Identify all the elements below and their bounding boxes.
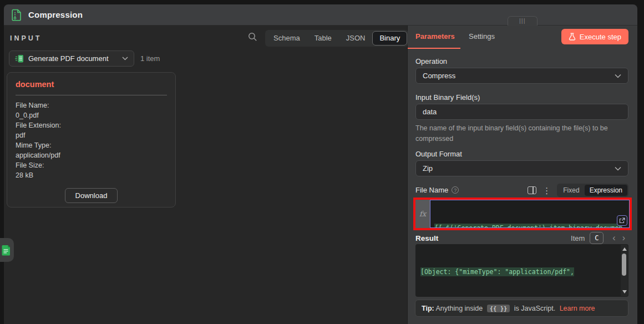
modal-body: INPUT Schema Table JSON Binary bbox=[4, 26, 637, 324]
chevron-down-icon bbox=[122, 57, 128, 60]
tip-text: Anything inside bbox=[434, 305, 485, 312]
drag-handle-icon: ||| bbox=[519, 18, 526, 24]
tip-bar: Tip: Anything inside {{ }} is JavaScript… bbox=[415, 300, 628, 317]
execute-step-button[interactable]: Execute step bbox=[561, 29, 628, 44]
file-name-label-row: File Name ? bbox=[415, 186, 459, 194]
tab-binary[interactable]: Binary bbox=[372, 31, 407, 45]
help-icon[interactable]: ? bbox=[452, 186, 459, 194]
search-button[interactable] bbox=[247, 32, 258, 43]
tab-settings[interactable]: Settings bbox=[469, 32, 495, 40]
item-index-input[interactable]: C bbox=[590, 232, 604, 244]
kebab-menu-icon[interactable]: ⋮ bbox=[542, 186, 551, 195]
learn-more-link[interactable]: Learn more bbox=[560, 305, 595, 312]
input-binary-value: data bbox=[423, 108, 621, 116]
operation-select[interactable]: Compress bbox=[415, 68, 628, 84]
modal-header: Compression bbox=[4, 4, 637, 26]
input-binary-hint: The name of the input binary field(s) co… bbox=[415, 123, 627, 144]
mode-expression-button[interactable]: Expression bbox=[585, 185, 627, 196]
input-binary-label: Input Binary Field(s) bbox=[415, 93, 480, 102]
tab-schema[interactable]: Schema bbox=[266, 31, 307, 45]
mode-fixed-button[interactable]: Fixed bbox=[558, 185, 584, 196]
input-source-row: Generate PDF document 1 item bbox=[9, 50, 160, 67]
result-line: [Object: {"mimeType": "application/pdf", bbox=[420, 267, 574, 276]
output-format-value: Zip bbox=[423, 164, 615, 173]
expand-expression-button[interactable] bbox=[617, 215, 627, 226]
expand-icon bbox=[619, 217, 625, 224]
output-format-label: Output Format bbox=[415, 150, 462, 158]
file-name-expression-input[interactable]: {{ $('Generate PDF document').item.binar… bbox=[430, 200, 630, 228]
execute-step-label: Execute step bbox=[580, 33, 621, 41]
tip-text: is JavaScript. bbox=[512, 305, 557, 312]
card-divider bbox=[16, 95, 167, 95]
file-field-label: File Name: bbox=[16, 100, 167, 110]
file-field-value: pdf bbox=[16, 130, 167, 140]
operation-label: Operation bbox=[415, 57, 447, 65]
result-scrollbar[interactable] bbox=[621, 245, 628, 296]
scroll-up-icon[interactable] bbox=[622, 247, 627, 251]
file-field-label: Mime Type: bbox=[16, 140, 167, 150]
result-header: Result Item C ‹ › bbox=[415, 232, 628, 244]
next-item-icon[interactable]: › bbox=[619, 234, 628, 242]
input-panel: INPUT Schema Table JSON Binary bbox=[4, 26, 408, 324]
file-field-label: File Size: bbox=[16, 160, 167, 170]
n8n-node-detail-view: Compression ||| INPUT Schema Table JSON bbox=[0, 0, 644, 324]
active-tab-underline bbox=[408, 48, 460, 49]
compression-node-icon bbox=[11, 9, 22, 21]
columns-icon[interactable] bbox=[528, 186, 536, 194]
fixed-expression-toggle: Fixed Expression bbox=[557, 184, 628, 197]
expression-line: {{ $('Generate PDF document').item.binar… bbox=[434, 224, 622, 228]
tab-parameters[interactable]: Parameters bbox=[415, 32, 455, 40]
operation-value: Compress bbox=[423, 72, 615, 80]
scroll-down-icon[interactable] bbox=[622, 290, 627, 293]
tip-prefix: Tip: bbox=[422, 305, 434, 312]
file-field-value: 28 kB bbox=[16, 170, 167, 180]
tip-expression-badge: {{ }} bbox=[487, 305, 510, 312]
binary-key-title: document bbox=[16, 80, 167, 89]
tab-table[interactable]: Table bbox=[307, 31, 339, 45]
result-output: [Object: {"mimeType": "application/pdf",… bbox=[415, 244, 628, 297]
input-view-tabs: Schema Table JSON Binary bbox=[265, 30, 408, 47]
result-label: Result bbox=[415, 234, 571, 242]
fx-badge: fx bbox=[415, 200, 430, 228]
search-icon bbox=[248, 32, 257, 42]
chevron-down-icon bbox=[615, 74, 621, 78]
document-icon bbox=[1, 245, 11, 256]
prev-item-icon[interactable]: ‹ bbox=[609, 234, 618, 242]
node-modal: Compression ||| INPUT Schema Table JSON bbox=[4, 4, 637, 324]
file-field-label: File Extension: bbox=[16, 120, 167, 130]
input-panel-title: INPUT bbox=[10, 34, 42, 42]
chevron-down-icon bbox=[615, 166, 621, 171]
panel-resize-handle[interactable]: ||| bbox=[508, 16, 537, 26]
flask-icon bbox=[569, 33, 576, 40]
file-name-label: File Name bbox=[415, 186, 448, 194]
download-button[interactable]: Download bbox=[65, 188, 118, 203]
annotation-highlight-box: fx {{ $('Generate PDF document').item.bi… bbox=[413, 198, 632, 230]
binary-file-card: document File Name: 0_0.pdf File Extensi… bbox=[7, 72, 176, 207]
output-format-select[interactable]: Zip bbox=[415, 160, 628, 176]
input-source-value: Generate PDF document bbox=[28, 54, 118, 63]
input-source-select[interactable]: Generate PDF document bbox=[9, 50, 134, 67]
parameters-panel: Parameters Settings Execute step Operati… bbox=[408, 26, 637, 324]
file-name-controls: ⋮ Fixed Expression bbox=[528, 184, 628, 197]
node-title: Compression bbox=[28, 10, 83, 19]
tab-json[interactable]: JSON bbox=[339, 31, 373, 45]
scrollbar-thumb[interactable] bbox=[622, 254, 626, 276]
pdf-node-icon bbox=[15, 54, 24, 63]
canvas-node[interactable] bbox=[0, 238, 14, 262]
file-field-value: 0_0.pdf bbox=[16, 110, 167, 120]
file-field-value: application/pdf bbox=[16, 150, 167, 160]
input-binary-field[interactable]: data bbox=[415, 104, 628, 120]
item-label: Item bbox=[571, 234, 585, 242]
items-count: 1 item bbox=[140, 54, 160, 63]
